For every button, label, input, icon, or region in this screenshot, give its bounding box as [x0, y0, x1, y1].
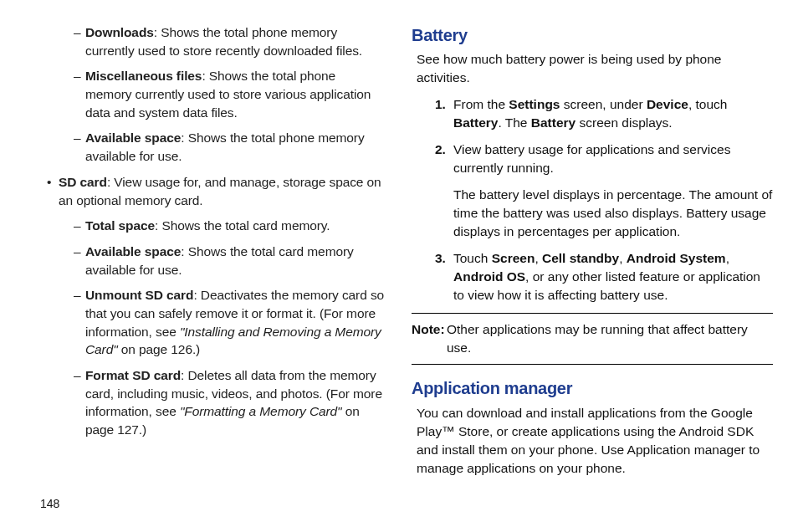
- step-2-b: The battery level displays in percentage…: [453, 186, 773, 241]
- battery-intro: See how much battery power is being used…: [417, 50, 773, 87]
- item-format-sd: Format SD card: Deletes all data from th…: [74, 366, 385, 439]
- step-1-d: . The: [498, 115, 530, 130]
- note-separator-top: [412, 313, 773, 314]
- item-sd-card: SD card: View usage for, and manage, sto…: [47, 173, 385, 209]
- right-column: Battery See how much battery power is be…: [398, 23, 773, 486]
- label-misc: Miscellaneous files: [85, 69, 202, 83]
- step-2-a: View battery usage for applications and …: [453, 141, 773, 177]
- step-3-andsys: Android System: [627, 251, 726, 265]
- tail-unmount: on page 126.): [118, 342, 201, 356]
- note-battery: Note: Other applications may be running …: [412, 320, 773, 357]
- step-1-c: , touch: [688, 97, 728, 111]
- dash-list-sd-sub: Total space: Shows the total card memory…: [23, 217, 385, 439]
- label-downloads: Downloads: [85, 25, 154, 39]
- step-3-andos: Android OS: [453, 269, 525, 284]
- item-unmount-sd: Unmount SD card: Deactivates the memory …: [74, 286, 385, 359]
- step-1-b: screen, under: [560, 97, 646, 111]
- step-1-e: screen displays.: [575, 115, 672, 130]
- step-1: 1. From the Settings screen, under Devic…: [435, 95, 773, 132]
- heading-battery: Battery: [412, 23, 773, 47]
- step-3-sep1: ,: [535, 251, 542, 265]
- app-manager-text: You can download and install application…: [417, 404, 773, 478]
- step-3-a: Touch: [453, 251, 492, 265]
- step-1-battery: Battery: [453, 115, 498, 130]
- step-1-battery2: Battery: [531, 115, 575, 130]
- ref-format: "Formatting a Memory Card": [180, 404, 342, 418]
- bullet-list-sd: SD card: View usage for, and manage, sto…: [23, 173, 385, 209]
- heading-app-manager: Application manager: [412, 376, 773, 400]
- label-available-2: Available space: [85, 244, 181, 258]
- note-text: Other applications may be running that a…: [447, 322, 748, 355]
- note-label: Note:: [412, 320, 445, 339]
- label-total: Total space: [85, 218, 155, 233]
- step-1-num: 1.: [435, 95, 446, 114]
- page-number: 148: [40, 497, 59, 510]
- step-3-cell: Cell standby: [542, 251, 619, 265]
- item-total-space: Total space: Shows the total card memory…: [74, 217, 385, 235]
- step-3: 3. Touch Screen, Cell standby, Android S…: [435, 249, 773, 304]
- step-3-num: 3.: [435, 249, 446, 268]
- step-2: 2. View battery usage for applications a…: [435, 141, 773, 241]
- step-3-sep2: ,: [619, 251, 627, 265]
- label-sd: SD card: [59, 175, 107, 189]
- battery-steps: 1. From the Settings screen, under Devic…: [412, 95, 773, 304]
- item-available-space-2: Available space: Shows the total card me…: [74, 243, 385, 279]
- label-format: Format SD card: [85, 368, 181, 382]
- step-1-settings: Settings: [509, 97, 560, 111]
- note-separator-bottom: [412, 364, 773, 365]
- manual-page: Downloads: Shows the total phone memory …: [0, 0, 798, 486]
- step-3-sep3: ,: [726, 251, 729, 265]
- dash-list-phone-memory: Downloads: Shows the total phone memory …: [23, 23, 385, 166]
- label-unmount: Unmount SD card: [85, 288, 193, 302]
- label-available: Available space: [85, 130, 181, 145]
- step-3-screen: Screen: [492, 251, 535, 265]
- left-column: Downloads: Shows the total phone memory …: [23, 23, 398, 486]
- step-2-num: 2.: [435, 141, 446, 159]
- item-available-space: Available space: Shows the total phone m…: [74, 129, 385, 165]
- text-sd: : View usage for, and manage, storage sp…: [59, 175, 381, 207]
- step-1-device: Device: [647, 97, 688, 111]
- item-downloads: Downloads: Shows the total phone memory …: [74, 23, 385, 59]
- item-misc-files: Miscellaneous files: Shows the total pho…: [74, 67, 385, 121]
- step-1-a: From the: [453, 97, 509, 111]
- text-total: : Shows the total card memory.: [155, 218, 330, 233]
